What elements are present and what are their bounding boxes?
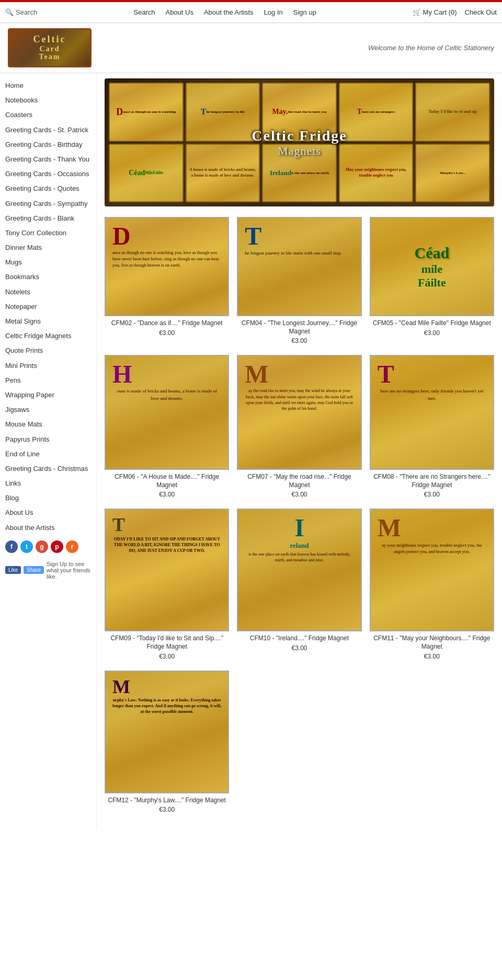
product-price-cfm11: €3.00 (370, 653, 494, 660)
product-card-cfm10: I reland is the one place on earth that … (237, 509, 361, 660)
fb-like-button[interactable]: Like (5, 566, 21, 574)
product-card-cfm04: T he longest journey in life starts with… (237, 217, 361, 344)
sidebar-item-gc-christmas[interactable]: Greeting Cards - Christmas (0, 462, 96, 476)
sidebar-item-tony-corr[interactable]: Tony Corr Collection (0, 226, 96, 240)
sidebar-item-pens[interactable]: Pens (0, 373, 96, 388)
cart-label: My Cart (0) (423, 8, 457, 16)
sidebar-item-mouse-mats[interactable]: Mouse Mats (0, 417, 96, 432)
product-image-cfm12[interactable]: M urphy's Law: Nothing is as easy as it … (105, 671, 229, 793)
product-name-cfm09: CFM09 - "Today I'd like to Sit and Sip..… (105, 635, 229, 651)
product-card-cfm07: M ay the road rise to meet you, may the … (237, 355, 361, 498)
hero-banner: D ance as though no one is watching T he… (105, 78, 494, 206)
sidebar-item-blog[interactable]: Blog (0, 491, 96, 505)
sidebar-item-coasters[interactable]: Coasters (0, 108, 96, 122)
pinterest-icon[interactable]: p (51, 540, 63, 553)
product-price-cfm06: €3.00 (105, 491, 229, 498)
product-image-cfm07[interactable]: M ay the road rise to meet you, may the … (237, 355, 361, 470)
hero-cell-6: Céad Míle Fáilte (109, 144, 184, 203)
search-area[interactable]: 🔍 Search (5, 8, 37, 16)
nav-about-us[interactable]: About Us (165, 8, 193, 16)
nav-search[interactable]: Search (133, 8, 155, 16)
product-image-cfm09[interactable]: T ODAY I'D LIKE TO SIT AND SIP AND FORGE… (105, 509, 229, 631)
sidebar-item-papyrus-prints[interactable]: Papyrus Prints (0, 432, 96, 447)
right-navigation: 🛒 My Cart (0) Check Out (413, 8, 497, 16)
sidebar-item-gc-thankyou[interactable]: Greeting Cards - Thank You (0, 152, 96, 167)
site-logo[interactable]: Celtic Card Team (8, 28, 92, 67)
sidebar-item-jigsaws[interactable]: Jigsaws (0, 402, 96, 417)
sidebar-item-about-us[interactable]: About Us (0, 505, 96, 520)
sidebar-item-gc-sympathy[interactable]: Greeting Cards - Sympathy (0, 197, 96, 211)
sidebar-item-notebooks[interactable]: Notebooks (0, 93, 96, 108)
top-navigation: 🔍 Search Search About Us About the Artis… (0, 2, 502, 23)
search-icon: 🔍 (5, 8, 14, 16)
product-image-cfm06[interactable]: H ouse is made of bricks and beams, a ho… (105, 355, 229, 470)
product-image-cfm04[interactable]: T he longest journey in life starts with… (237, 217, 361, 316)
product-name-cfm06: CFM06 - "A House is Made...." Fridge Mag… (105, 473, 229, 489)
sidebar-item-home[interactable]: Home (0, 78, 96, 93)
googleplus-icon[interactable]: g (36, 540, 48, 553)
product-image-cfm08[interactable]: T here are no strangers here; only frien… (370, 355, 494, 470)
hero-cell-7: A house is made of bricks and beams, a h… (186, 144, 260, 203)
sidebar-item-gc-blank[interactable]: Greeting Cards - Blank (0, 211, 96, 226)
sidebar-item-gc-quotes[interactable]: Greeting Cards - Quotes (0, 181, 96, 196)
product-price-cfm04: €3.00 (237, 337, 361, 344)
site-header: Celtic Card Team Welcome to the Home of … (0, 23, 502, 73)
product-price-cfm02: €3.00 (105, 329, 229, 337)
product-name-cfm10: CFM10 - "Ireland...." Fridge Magnet (237, 635, 361, 643)
cart-icon: 🛒 (413, 8, 421, 16)
hero-cell-1: D ance as though no one is watching (109, 83, 184, 142)
search-label[interactable]: Search (16, 8, 37, 16)
sidebar-item-gc-occasions[interactable]: Greeting Cards - Occasions (0, 167, 96, 181)
sidebar-item-celtic-fridge[interactable]: Celtic Fridge Magnets (0, 329, 96, 343)
product-image-cfm11[interactable]: M ay your neighbours respect you, troubl… (370, 509, 494, 631)
sidebar-item-dinner-mats[interactable]: Dinner Mats (0, 240, 96, 255)
hero-title-2: Magnets (252, 144, 347, 158)
social-icons-group: f t g p r (0, 535, 96, 558)
sidebar-item-gc-birthday[interactable]: Greeting Cards - Birthday (0, 137, 96, 152)
twitter-icon[interactable]: t (20, 540, 33, 553)
product-card-cfm05: Céad míle Fáilte CFM05 - "Cead Mile Fail… (370, 217, 494, 344)
sidebar-item-bookmarks[interactable]: Bookmarks (0, 270, 96, 284)
sidebar-item-links[interactable]: Links (0, 476, 96, 491)
facebook-icon[interactable]: f (5, 540, 18, 553)
sidebar-item-about-artists[interactable]: About the Artists (0, 521, 96, 535)
hero-cell-9: May your neighbours respect you, trouble… (339, 144, 414, 203)
product-row-3: T ODAY I'D LIKE TO SIT AND SIP AND FORGE… (105, 509, 494, 660)
product-name-cfm08: CFM08 - "There are no Strangers here....… (370, 473, 494, 489)
fb-like-area: Like Share Sign Up to see what your frie… (0, 558, 96, 582)
sidebar-item-gc-stpatrick[interactable]: Greeting Cards - St. Patrick (0, 123, 96, 137)
product-row-4: M urphy's Law: Nothing is as easy as it … (105, 671, 494, 814)
cart-link[interactable]: 🛒 My Cart (0) (413, 8, 457, 16)
sidebar-item-metal-signs[interactable]: Metal Signs (0, 314, 96, 329)
product-price-cfm07: €3.00 (237, 491, 361, 498)
sidebar-item-quote-prints[interactable]: Quote Prints (0, 343, 96, 358)
hero-cell-5: Today I'd like to sit and sip (415, 83, 490, 142)
hero-cell-4: T here are no strangers (339, 83, 414, 142)
sidebar-item-mugs[interactable]: Mugs (0, 255, 96, 270)
nav-login[interactable]: Log In (264, 8, 283, 16)
nav-signup[interactable]: Sign up (293, 8, 316, 16)
nav-about-artists[interactable]: About the Artists (204, 8, 254, 16)
product-price-cfm10: €3.00 (237, 644, 361, 652)
product-image-cfm10[interactable]: I reland is the one place on earth that … (237, 509, 361, 631)
sidebar-item-mini-prints[interactable]: Mini Prints (0, 359, 96, 373)
hero-overlay: Celtic Fridge Magnets (252, 128, 347, 158)
product-card-cfm11: M ay your neighbours respect you, troubl… (370, 509, 494, 660)
page-layout: Home Notebooks Coasters Greeting Cards -… (0, 73, 502, 829)
product-card-cfm06: H ouse is made of bricks and beams, a ho… (105, 355, 229, 498)
product-price-cfm12: €3.00 (105, 806, 229, 813)
product-name-cfm05: CFM05 - "Cead Mile Failte" Fridge Magnet (370, 319, 494, 328)
site-tagline: Welcome to the Home of Celtic Stationery (368, 44, 494, 52)
sidebar-item-notelets[interactable]: Notelets (0, 285, 96, 299)
checkout-link[interactable]: Check Out (465, 8, 497, 16)
product-price-cfm09: €3.00 (105, 653, 229, 660)
sidebar-item-notepaper[interactable]: Notepaper (0, 299, 96, 314)
sidebar-item-wrapping-paper[interactable]: Wrapping Paper (0, 388, 96, 402)
sidebar-item-end-of-line[interactable]: End of Line (0, 447, 96, 462)
rss-icon[interactable]: r (66, 540, 78, 553)
fb-share-button[interactable]: Share (24, 566, 44, 574)
product-image-cfm02[interactable]: D ance as though no one is watching you,… (105, 217, 229, 316)
product-row-2: H ouse is made of bricks and beams, a ho… (105, 355, 494, 498)
product-image-cfm05[interactable]: Céad míle Fáilte (370, 217, 494, 316)
product-card-cfm08: T here are no strangers here; only frien… (370, 355, 494, 498)
